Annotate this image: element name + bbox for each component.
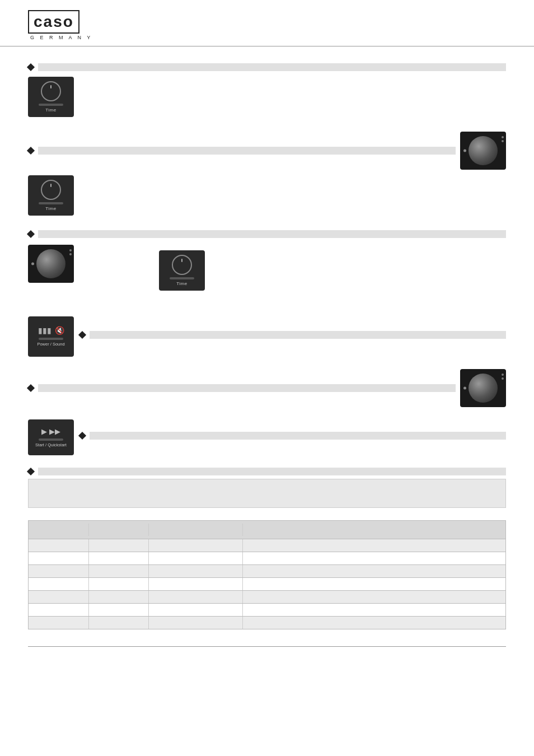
footer	[28, 646, 506, 650]
spacer-1	[28, 305, 506, 316]
section-4-row: ▮▮▮ 🔇 Power / Sound	[28, 316, 506, 357]
logo-germany: G E R M A N Y	[30, 35, 92, 40]
table-area	[28, 520, 506, 629]
table-cell-3-4	[243, 565, 505, 577]
fast-forward-icon: ▶▶	[49, 427, 60, 436]
table-cell-2-2	[89, 552, 149, 564]
section-3: Time	[28, 230, 506, 293]
diamond-icon-2	[27, 147, 35, 155]
round-knob-widget-5	[460, 369, 506, 407]
gray-bar-1	[38, 63, 506, 71]
time-knob-bar-3	[170, 277, 194, 279]
table-cell-7-1	[29, 617, 89, 629]
section-1-content: Time	[28, 74, 506, 119]
gray-bar-7	[38, 468, 506, 475]
table-cell-5-1	[29, 591, 89, 603]
diamond-icon-7	[27, 468, 35, 475]
header: caso G E R M A N Y	[0, 0, 534, 46]
bars-icon: ▮▮▮	[38, 326, 51, 335]
rkd-5	[502, 374, 504, 376]
time-widget-3: Time	[159, 250, 205, 291]
bullet-bar-6	[79, 432, 506, 440]
bullet-bar-3	[28, 230, 506, 238]
table-cell-7-3	[149, 617, 243, 629]
start-bar	[39, 438, 63, 441]
table-header-cell-1	[29, 524, 89, 536]
table-row-3	[28, 565, 506, 578]
table-cell-5-3	[149, 591, 243, 603]
power-sound-widget: ▮▮▮ 🔇 Power / Sound	[28, 316, 74, 357]
table-cell-1-2	[89, 539, 149, 552]
table-cell-7-4	[243, 617, 505, 629]
logo-caso: caso	[28, 10, 79, 34]
start-quickstart-widget: ▶ ▶▶ Start / Quickstart	[28, 419, 74, 455]
table-header-cell-3	[149, 524, 243, 536]
time-knob-ring-1	[41, 81, 61, 101]
time-knob-label-3: Time	[176, 281, 187, 286]
round-knob-dots-right-2	[502, 136, 504, 142]
round-knob-widget-3	[28, 245, 74, 283]
time-widget-2: Time	[28, 175, 74, 216]
round-knob-dot-left-2	[463, 149, 466, 152]
table-cell-6-4	[243, 604, 505, 616]
time-knob-ring-3	[172, 255, 192, 275]
time-widget-1: Time	[28, 77, 74, 117]
power-icons-row: ▮▮▮ 🔇	[38, 326, 64, 335]
table-cell-6-1	[29, 604, 89, 616]
section-3-content: Time	[28, 241, 506, 293]
round-knob-5	[469, 374, 498, 403]
power-label: Power / Sound	[37, 342, 64, 347]
section-6-bar-area	[79, 432, 506, 443]
table-cell-5-4	[243, 591, 505, 603]
start-icons-row: ▶ ▶▶	[41, 427, 60, 436]
section-2-content: Time	[28, 173, 506, 218]
bullet-bar-7	[28, 468, 506, 475]
round-knob-dots-right-3	[69, 249, 72, 255]
main-content: Time Time	[0, 46, 534, 646]
table-cell-7-2	[89, 617, 149, 629]
round-knob-dot-left-5	[463, 386, 466, 389]
table-cell-3-3	[149, 565, 243, 577]
rkd-2	[502, 140, 504, 142]
round-knob-2	[469, 136, 498, 165]
table-header-row	[28, 520, 506, 539]
diamond-icon-3	[27, 230, 35, 238]
section-5	[28, 369, 506, 407]
table-cell-4-1	[29, 578, 89, 590]
section-7	[28, 468, 506, 508]
section-6: ▶ ▶▶ Start / Quickstart	[28, 419, 506, 455]
table-row-7	[28, 617, 506, 629]
bullet-bar-4	[79, 331, 506, 339]
table-cell-3-1	[29, 565, 89, 577]
bullet-bar-5	[28, 369, 506, 407]
table-header-cell-2	[89, 524, 149, 536]
time-knob-bar-1	[39, 104, 63, 106]
description-block	[28, 479, 506, 508]
rkd-4	[69, 253, 72, 255]
time-knob-label-2: Time	[45, 206, 56, 211]
power-bar	[39, 338, 63, 340]
gray-bar-4	[90, 331, 506, 339]
section-1: Time	[28, 63, 506, 119]
mute-icon: 🔇	[55, 326, 64, 335]
rkd-6	[502, 377, 504, 380]
table-row-2	[28, 552, 506, 565]
table-cell-2-1	[29, 552, 89, 564]
logo-container: caso G E R M A N Y	[28, 10, 506, 40]
table-cell-4-4	[243, 578, 505, 590]
table-cell-1-3	[149, 539, 243, 552]
bullet-bar-2	[28, 132, 506, 170]
gray-bar-6	[90, 432, 506, 440]
table-cell-5-2	[89, 591, 149, 603]
time-knob-ring-2	[41, 180, 61, 200]
start-label: Start / Quickstart	[35, 442, 67, 447]
round-knob-dot-left-3	[31, 262, 34, 265]
table-row-6	[28, 604, 506, 617]
section-6-row: ▶ ▶▶ Start / Quickstart	[28, 419, 506, 455]
section-3-center: Time	[74, 245, 290, 291]
table-cell-4-2	[89, 578, 149, 590]
rkd-1	[502, 136, 504, 138]
gray-bar-5	[38, 384, 456, 392]
table-cell-6-3	[149, 604, 243, 616]
bullet-bar-1	[28, 63, 506, 71]
